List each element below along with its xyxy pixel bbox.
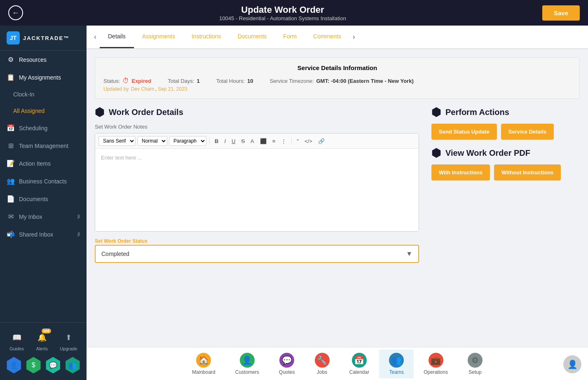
documents-icon: 📄: [7, 195, 15, 203]
service-info-title: Service Details Information: [103, 64, 571, 71]
underline-button[interactable]: U: [230, 137, 237, 145]
link-button[interactable]: 🔗: [316, 137, 327, 145]
status-dropdown[interactable]: Completed In Progress Pending Cancelled …: [96, 246, 418, 262]
quote-button[interactable]: ": [295, 137, 301, 145]
status-select-label: Set Work Order Status: [95, 238, 419, 244]
format-select[interactable]: Paragraph: [169, 136, 206, 146]
total-hours-label: Total Hours:: [216, 78, 245, 84]
toolbar-divider-2: [291, 137, 292, 145]
with-instructions-button[interactable]: With Instructions: [431, 164, 490, 181]
sidebar-item-resources-label: Resources: [19, 56, 47, 63]
sidebar-item-all-assigned[interactable]: All Assigned: [0, 103, 87, 119]
sidebar-item-clock-in[interactable]: Clock-In: [0, 86, 87, 103]
editor-container: Sans Serif Normal Paragraph B I U: [95, 133, 419, 232]
send-status-update-button[interactable]: Send Status Update: [431, 124, 497, 140]
hex-icon-person[interactable]: 👤: [6, 357, 22, 373]
sidebar-item-business-contacts[interactable]: 👥 Business Contacts: [0, 172, 87, 190]
sidebar-bottom-actions: 📖 Guides 🔔 268 Alerts ⬆ Upgrade: [0, 327, 87, 354]
sidebar-bottom: 📖 Guides 🔔 268 Alerts ⬆ Upgrade 👤 $: [0, 322, 87, 380]
teams-icon: 👥: [389, 353, 404, 368]
status-item: Status: ⏱ Expired: [103, 77, 151, 84]
top-header: ← Update Work Order 10045 - Residential …: [0, 0, 588, 26]
two-col-layout: Work Order Details Set Work Order Notes …: [95, 107, 580, 263]
total-days-value: 1: [197, 78, 199, 84]
bold-button[interactable]: B: [213, 137, 220, 145]
page-subtitle: 10045 - Residential - Automation Systems…: [219, 15, 346, 21]
guides-button[interactable]: 📖 Guides: [9, 330, 24, 351]
sidebar-item-my-inbox[interactable]: ✉ My Inbox β: [0, 208, 87, 225]
bottom-tab-jobs[interactable]: 🔧 Jobs: [305, 350, 340, 378]
tab-documents[interactable]: Documents: [230, 26, 275, 48]
hex-icon-dollar[interactable]: $: [25, 357, 42, 373]
tab-form[interactable]: Form: [275, 26, 305, 48]
sidebar-item-my-assignments[interactable]: 📋 My Assignments: [0, 68, 87, 86]
tab-prev-button[interactable]: ‹: [91, 33, 100, 41]
total-hours-item: Total Hours: 10: [216, 78, 253, 84]
bottom-tab-setup[interactable]: ⚙ Setup: [458, 350, 492, 378]
pdf-buttons: With Instructions Without Instructions: [431, 164, 580, 181]
action-items-icon: 📝: [7, 160, 15, 167]
perform-actions-header: Perform Actions: [431, 107, 580, 117]
service-details-button[interactable]: Service Details: [501, 124, 554, 140]
teams-label: Teams: [389, 369, 404, 375]
without-instructions-button[interactable]: Without Instructions: [494, 164, 561, 181]
tab-details[interactable]: Details: [100, 26, 134, 48]
editor-toolbar: Sans Serif Normal Paragraph B I U: [95, 134, 419, 149]
updated-by-date: Sep 21, 2023: [158, 86, 187, 92]
status-section: Set Work Order Status Completed In Progr…: [95, 238, 419, 263]
sidebar-item-scheduling[interactable]: 📅 Scheduling: [0, 119, 87, 137]
align-button[interactable]: ≡: [270, 137, 278, 145]
jobs-icon: 🔧: [315, 353, 330, 368]
sidebar-item-shared-inbox[interactable]: 📬 Shared Inbox β: [0, 225, 87, 243]
bottom-tab-customers[interactable]: 👤 Customers: [225, 350, 269, 378]
back-button[interactable]: ←: [8, 5, 23, 20]
code-button[interactable]: </>: [302, 137, 314, 145]
alerts-icon: 🔔 268: [35, 330, 49, 345]
tab-next-button[interactable]: ›: [349, 33, 358, 41]
work-order-header: Work Order Details: [95, 107, 419, 117]
main-layout: JT JACKTRADE™ ⚙ Resources 📋 My Assignmen…: [0, 26, 588, 380]
guides-label: Guides: [9, 346, 24, 351]
calendar-icon: 📅: [352, 353, 367, 368]
notes-editor[interactable]: Enter text here ...: [95, 149, 419, 231]
updated-by: Updated by Dev Cham, Sep 21, 2023: [103, 86, 571, 92]
bottom-tab-calendar[interactable]: 📅 Calendar: [340, 350, 380, 378]
italic-button[interactable]: I: [222, 137, 228, 145]
upgrade-button[interactable]: ⬆ Upgrade: [60, 330, 77, 351]
save-button[interactable]: Save: [542, 5, 580, 21]
more-button[interactable]: ⋮: [279, 137, 288, 145]
hex-icon-people[interactable]: 👥: [64, 357, 81, 373]
user-avatar[interactable]: 👤: [563, 355, 581, 373]
calendar-label: Calendar: [349, 369, 370, 375]
customers-label: Customers: [235, 369, 259, 375]
hex-icon-chat[interactable]: 💬: [45, 357, 61, 373]
tab-comments[interactable]: Comments: [305, 26, 349, 48]
mainboard-icon: 🏠: [196, 353, 211, 368]
bottom-tab-operations[interactable]: 💼 Operations: [414, 350, 458, 378]
sidebar-item-resources[interactable]: ⚙ Resources: [0, 51, 87, 68]
my-inbox-badge: β: [77, 214, 80, 219]
status-label: Status:: [103, 78, 120, 84]
total-days-item: Total Days: 1: [168, 78, 200, 84]
size-select[interactable]: Normal: [137, 136, 167, 146]
bottom-tab-quotes[interactable]: 💬 Quotes: [269, 350, 305, 378]
highlight-button[interactable]: ⬛: [258, 137, 269, 145]
work-order-title: Work Order Details: [109, 108, 183, 117]
sidebar-item-documents-label: Documents: [19, 196, 48, 202]
service-info-box: Service Details Information Status: ⏱ Ex…: [95, 57, 580, 99]
alerts-button[interactable]: 🔔 268 Alerts: [35, 330, 49, 351]
bottom-tab-teams[interactable]: 👥 Teams: [379, 350, 414, 378]
tab-instructions[interactable]: Instructions: [183, 26, 230, 48]
alerts-label: Alerts: [36, 346, 48, 351]
strikethrough-button[interactable]: S: [239, 137, 247, 145]
sidebar: JT JACKTRADE™ ⚙ Resources 📋 My Assignmen…: [0, 26, 87, 380]
sidebar-item-team-management[interactable]: ⊞ Team Management: [0, 137, 87, 155]
view-pdf-hex-badge: [431, 148, 441, 158]
color-button[interactable]: A: [248, 137, 256, 145]
bottom-tab-mainboard[interactable]: 🏠 Mainboard: [182, 350, 225, 378]
sidebar-item-action-items[interactable]: 📝 Action Items: [0, 155, 87, 172]
font-select[interactable]: Sans Serif: [98, 136, 136, 146]
sidebar-item-documents[interactable]: 📄 Documents: [0, 190, 87, 208]
setup-icon: ⚙: [468, 353, 483, 368]
tab-assignments[interactable]: Assignments: [134, 26, 183, 48]
